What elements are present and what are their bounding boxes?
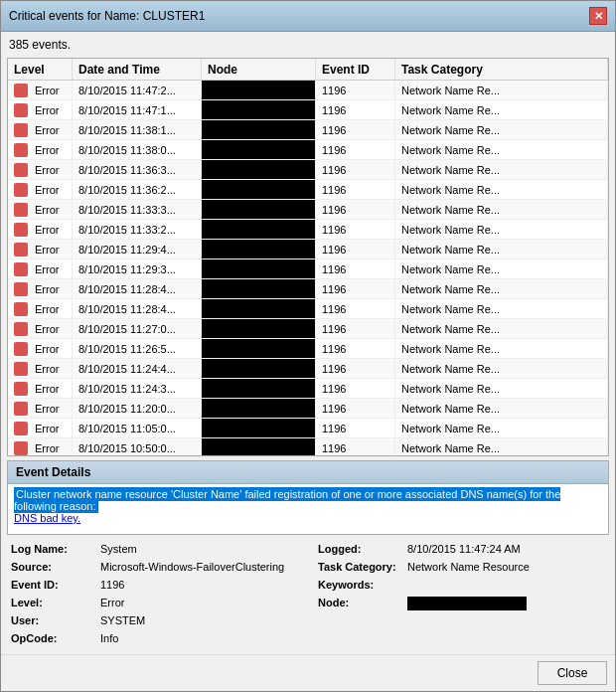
cell-event-id: 1196 (316, 120, 395, 139)
table-row[interactable]: Error8/10/2015 11:47:2...1196Network Nam… (8, 81, 608, 100)
cell-node (202, 399, 316, 418)
table-row[interactable]: Error8/10/2015 11:38:0...1196Network Nam… (8, 140, 608, 160)
meta-logged-label: Logged: (318, 543, 407, 555)
cell-task-category: Network Name Re... (395, 240, 608, 259)
table-row[interactable]: Error8/10/2015 11:29:4...1196Network Nam… (8, 240, 608, 260)
error-icon (14, 262, 31, 276)
table-row[interactable]: Error8/10/2015 11:36:3...1196Network Nam… (8, 160, 608, 180)
table-row[interactable]: Error8/10/2015 10:50:0...1196Network Nam… (8, 438, 608, 455)
meta-keywords-label: Keywords: (318, 579, 407, 591)
table-row[interactable]: Error8/10/2015 11:27:0...1196Network Nam… (8, 319, 608, 339)
cell-datetime: 8/10/2015 11:05:0... (73, 419, 202, 437)
cell-task-category: Network Name Re... (395, 200, 608, 219)
cell-level: Error (8, 299, 73, 318)
meta-opcode-label: OpCode: (11, 632, 100, 644)
table-row[interactable]: Error8/10/2015 11:20:0...1196Network Nam… (8, 399, 608, 419)
cell-task-category: Network Name Re... (395, 399, 608, 418)
table-row[interactable]: Error8/10/2015 11:29:3...1196Network Nam… (8, 260, 608, 279)
cell-task-category: Network Name Re... (395, 438, 608, 455)
event-message-highlighted: Cluster network name resource 'Cluster N… (14, 487, 560, 513)
cell-event-id: 1196 (316, 180, 395, 199)
cell-datetime: 8/10/2015 11:33:3... (73, 200, 202, 219)
cell-datetime: 8/10/2015 11:26:5... (73, 339, 202, 358)
title-bar: Critical events for Name: CLUSTER1 ✕ (1, 1, 615, 32)
table-row[interactable]: Error8/10/2015 11:24:3...1196Network Nam… (8, 379, 608, 399)
cell-node (202, 339, 316, 358)
table-row[interactable]: Error8/10/2015 11:24:4...1196Network Nam… (8, 359, 608, 379)
error-icon (14, 441, 31, 455)
cell-event-id: 1196 (316, 100, 395, 119)
meta-event-id-label: Event ID: (11, 579, 100, 591)
cell-event-id: 1196 (316, 140, 395, 159)
cell-node (202, 419, 316, 437)
cell-level: Error (8, 120, 73, 139)
meta-keywords: Keywords: (318, 579, 605, 597)
cell-level: Error (8, 200, 73, 219)
cell-task-category: Network Name Re... (395, 379, 608, 398)
table-row[interactable]: Error8/10/2015 11:33:3...1196Network Nam… (8, 200, 608, 220)
table-row[interactable]: Error8/10/2015 11:26:5...1196Network Nam… (8, 339, 608, 359)
table-row[interactable]: Error8/10/2015 11:28:4...1196Network Nam… (8, 299, 608, 319)
event-details-section: Event Details Cluster network name resou… (7, 460, 609, 535)
table-row[interactable]: Error8/10/2015 11:05:0...1196Network Nam… (8, 419, 608, 438)
cell-event-id: 1196 (316, 319, 395, 338)
meta-node: Node: (318, 597, 605, 614)
table-row[interactable]: Error8/10/2015 11:28:4...1196Network Nam… (8, 279, 608, 299)
meta-user-value: SYSTEM (100, 614, 145, 626)
cell-node (202, 319, 316, 338)
meta-node-label: Node: (318, 597, 407, 608)
error-icon (14, 223, 31, 237)
cell-event-id: 1196 (316, 279, 395, 298)
cell-node (202, 180, 316, 199)
error-icon (14, 84, 31, 97)
title-close-button[interactable]: ✕ (589, 7, 607, 25)
error-icon (14, 402, 31, 416)
col-header-datetime: Date and Time (73, 59, 202, 80)
cell-event-id: 1196 (316, 200, 395, 219)
meta-log-name: Log Name: System (11, 543, 298, 561)
cell-level: Error (8, 419, 73, 437)
meta-logged-value: 8/10/2015 11:47:24 AM (407, 543, 521, 555)
meta-event-id-value: 1196 (100, 579, 124, 591)
cell-event-id: 1196 (316, 339, 395, 358)
table-body[interactable]: Error8/10/2015 11:47:2...1196Network Nam… (8, 81, 608, 455)
table-row[interactable]: Error8/10/2015 11:36:2...1196Network Nam… (8, 180, 608, 200)
cell-datetime: 8/10/2015 11:38:1... (73, 120, 202, 139)
error-icon (14, 282, 31, 296)
cell-level: Error (8, 160, 73, 179)
table-row[interactable]: Error8/10/2015 11:47:1...1196Network Nam… (8, 100, 608, 120)
event-message-link[interactable]: DNS bad key. (14, 512, 80, 524)
cell-event-id: 1196 (316, 160, 395, 179)
cell-datetime: 8/10/2015 11:47:1... (73, 100, 202, 119)
cell-datetime: 8/10/2015 11:20:0... (73, 399, 202, 418)
cell-event-id: 1196 (316, 299, 395, 318)
error-icon (14, 302, 31, 316)
cell-level: Error (8, 240, 73, 259)
cell-level: Error (8, 279, 73, 298)
cell-node (202, 120, 316, 139)
error-icon (14, 203, 31, 217)
meta-level-value: Error (100, 597, 124, 608)
cell-node (202, 140, 316, 159)
table-row[interactable]: Error8/10/2015 11:38:1...1196Network Nam… (8, 120, 608, 140)
critical-events-dialog: Critical events for Name: CLUSTER1 ✕ 385… (0, 0, 616, 692)
cell-task-category: Network Name Re... (395, 180, 608, 199)
cell-event-id: 1196 (316, 81, 395, 99)
close-button[interactable]: Close (538, 661, 607, 685)
col-header-eventid: Event ID (316, 59, 395, 80)
error-icon (14, 422, 31, 435)
event-details-content[interactable]: Cluster network name resource 'Cluster N… (8, 484, 608, 534)
cell-event-id: 1196 (316, 260, 395, 278)
meta-user: User: SYSTEM (11, 614, 298, 632)
error-icon (14, 243, 31, 257)
cell-datetime: 8/10/2015 11:28:4... (73, 299, 202, 318)
cell-task-category: Network Name Re... (395, 140, 608, 159)
cell-level: Error (8, 100, 73, 119)
cell-datetime: 8/10/2015 11:38:0... (73, 140, 202, 159)
cell-level: Error (8, 319, 73, 338)
col-header-node: Node (202, 59, 316, 80)
cell-datetime: 8/10/2015 11:36:2... (73, 180, 202, 199)
cell-level: Error (8, 359, 73, 378)
cell-event-id: 1196 (316, 419, 395, 437)
table-row[interactable]: Error8/10/2015 11:33:2...1196Network Nam… (8, 220, 608, 240)
